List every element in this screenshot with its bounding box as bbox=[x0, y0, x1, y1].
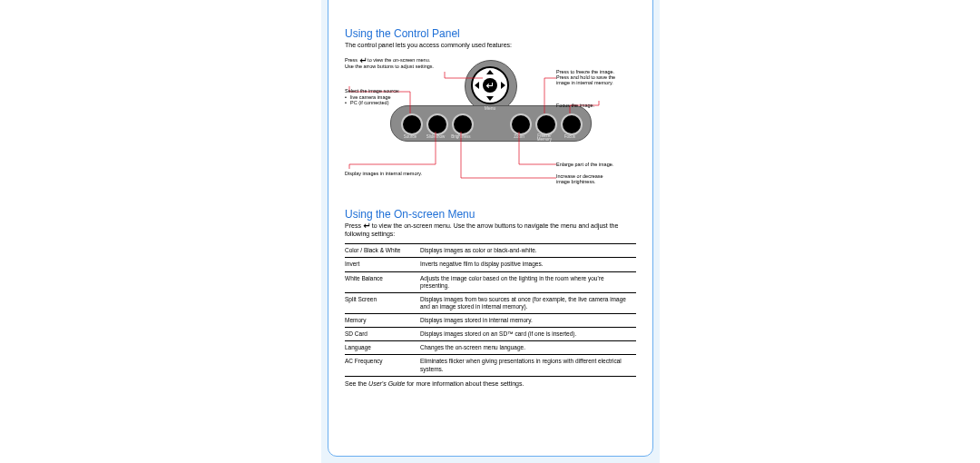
table-row: MemoryDisplays images stored in internal… bbox=[345, 314, 636, 328]
callout-mid-left: Select the image source: live camera ima… bbox=[345, 88, 426, 106]
page-frame: Using the Control Panel The control pane… bbox=[321, 0, 660, 463]
table-row: LanguageChanges the on-screen menu langu… bbox=[345, 341, 636, 355]
table-row: AC FrequencyEliminates flicker when givi… bbox=[345, 355, 636, 376]
callout-top-left: Press to view the on-screen menu. Use th… bbox=[345, 57, 454, 69]
table-row: SD CardDisplays images stored on an SD™ … bbox=[345, 328, 636, 341]
slideshow-button[interactable] bbox=[426, 113, 448, 135]
table-row: Color / Black & WhiteDisplays images as … bbox=[345, 244, 636, 258]
arrow-up-icon[interactable] bbox=[486, 70, 494, 74]
arrow-down-icon[interactable] bbox=[486, 96, 494, 101]
arrow-right-icon[interactable] bbox=[501, 82, 505, 89]
slideshow-label: Slideshow bbox=[422, 134, 449, 139]
arrow-left-icon[interactable] bbox=[475, 82, 479, 89]
callout-bottom-right-b: Increase or decrease image brightness. bbox=[556, 173, 638, 185]
callout-top-right: Press to freeze the image. Press and hol… bbox=[556, 69, 638, 86]
focus-label: Focus bbox=[556, 134, 583, 139]
section-title-onscreen-menu: Using the On-screen Menu bbox=[345, 208, 636, 221]
callout-bottom-right-a: Enlarge part of the image. bbox=[556, 162, 638, 167]
settings-table: Color / Black & WhiteDisplays images as … bbox=[345, 243, 636, 376]
intro-control-panel: The control panel lets you access common… bbox=[345, 42, 636, 50]
table-row: White BalanceAdjusts the image color bas… bbox=[345, 271, 636, 292]
zoom-label: Zoom bbox=[505, 134, 533, 139]
enter-button[interactable] bbox=[483, 78, 497, 93]
intro-onscreen-menu: Press to view the on-screen menu. Use th… bbox=[345, 222, 636, 239]
menu-label: Menu bbox=[480, 105, 500, 111]
callout-bottom-left: Display images in internal memory. bbox=[345, 171, 472, 176]
zoom-button[interactable] bbox=[510, 113, 532, 135]
enter-icon bbox=[363, 222, 370, 229]
focus-button[interactable] bbox=[561, 113, 583, 135]
brightness-label: Brightness bbox=[447, 134, 475, 139]
callout-mid-right: Focus the image. bbox=[556, 103, 638, 108]
table-row: Split ScreenDisplays images from two sou… bbox=[345, 292, 636, 313]
control-panel-diagram: Menu Source Slideshow Brightness Zoom Fr… bbox=[345, 55, 635, 201]
brightness-button[interactable] bbox=[452, 113, 474, 135]
content-panel: Using the Control Panel The control pane… bbox=[328, 0, 653, 457]
freeze-memory-label: Freeze/ Memory bbox=[531, 134, 558, 143]
section-title-control-panel: Using the Control Panel bbox=[345, 27, 636, 40]
enter-icon bbox=[359, 57, 367, 64]
footnote: See the User's Guide for more informatio… bbox=[345, 380, 636, 389]
source-label: Source bbox=[397, 134, 424, 139]
table-row: InvertInverts negative film to display p… bbox=[345, 258, 636, 271]
freeze-memory-button[interactable] bbox=[535, 113, 557, 135]
source-button[interactable] bbox=[401, 113, 423, 135]
